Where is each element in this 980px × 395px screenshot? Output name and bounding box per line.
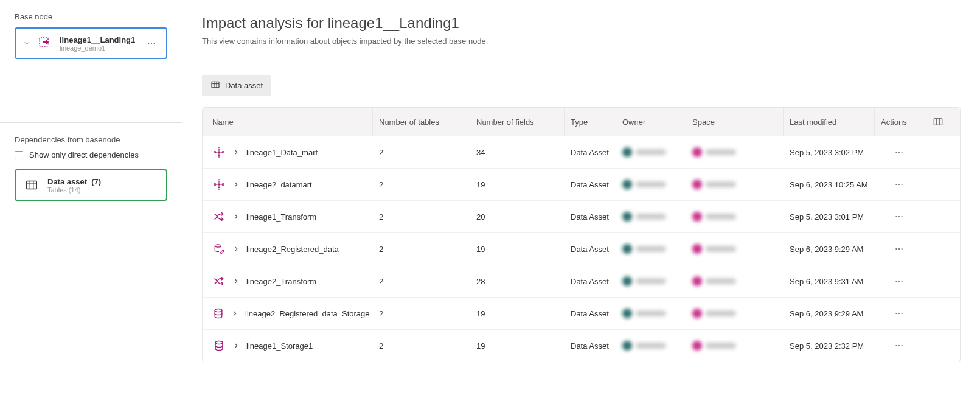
- row-type: Data Asset: [565, 136, 616, 168]
- db-icon: [212, 339, 226, 352]
- row-type: Data Asset: [565, 265, 616, 297]
- row-type: Data Asset: [565, 330, 616, 362]
- network-icon: [212, 145, 226, 159]
- row-owner: [616, 169, 686, 200]
- row-modified: Sep 5, 2023 3:02 PM: [784, 136, 875, 168]
- row-actions-button[interactable]: [892, 209, 906, 224]
- row-modified: Sep 6, 2023 9:31 AM: [784, 265, 875, 297]
- row-name: lineage2_Registered_data_Storage: [245, 309, 370, 318]
- row-fields: 19: [470, 330, 565, 362]
- expand-row-button[interactable]: [232, 212, 240, 221]
- expand-row-button[interactable]: [232, 277, 240, 285]
- expand-row-button[interactable]: [232, 148, 240, 156]
- table-row[interactable]: lineage2_datamart 2 19 Data Asset Sep 6,…: [203, 169, 960, 201]
- row-type: Data Asset: [565, 169, 616, 200]
- row-actions-button[interactable]: [892, 177, 906, 192]
- row-space: [686, 169, 784, 200]
- shuffle-icon: [212, 210, 226, 223]
- expand-row-button[interactable]: [232, 341, 240, 350]
- column-settings-button[interactable]: [923, 108, 953, 136]
- row-name: lineage2_Transform: [246, 277, 316, 286]
- row-fields: 19: [470, 233, 565, 265]
- show-direct-label: Show only direct dependencies: [29, 150, 139, 159]
- col-space[interactable]: Space: [686, 108, 784, 136]
- row-actions-button[interactable]: [892, 145, 906, 159]
- table-row[interactable]: lineage2_Registered_data_Storage 2 19 Da…: [203, 298, 960, 330]
- row-space: [686, 233, 784, 265]
- show-direct-row[interactable]: Show only direct dependencies: [15, 150, 167, 159]
- col-type[interactable]: Type: [565, 108, 616, 136]
- table-icon: [23, 177, 40, 194]
- row-tables: 2: [373, 201, 470, 232]
- dep-title: Data asset (7): [47, 177, 159, 186]
- network-icon: [212, 178, 226, 191]
- col-fields[interactable]: Number of fields: [470, 108, 565, 136]
- table-row[interactable]: lineage2_Transform 2 28 Data Asset Sep 6…: [203, 265, 960, 298]
- row-actions-button[interactable]: [892, 242, 906, 256]
- row-fields: 19: [470, 169, 565, 200]
- row-owner: [616, 330, 686, 362]
- show-direct-checkbox[interactable]: [15, 151, 23, 159]
- table-row[interactable]: lineage1_Storage1 2 19 Data Asset Sep 5,…: [203, 330, 960, 362]
- row-actions-button[interactable]: [892, 338, 906, 353]
- col-modified[interactable]: Last modified: [784, 108, 875, 136]
- dep-subtitle: Tables (14): [47, 186, 159, 194]
- row-owner: [616, 298, 686, 329]
- data-asset-pill[interactable]: Data asset: [202, 75, 271, 96]
- page-title: Impact analysis for lineage1__Landing1: [202, 15, 961, 32]
- table-header: Name Number of tables Number of fields T…: [203, 108, 960, 136]
- row-tables: 2: [373, 265, 470, 297]
- col-owner[interactable]: Owner: [616, 108, 686, 136]
- col-tables[interactable]: Number of tables: [373, 108, 470, 136]
- row-owner: [616, 201, 686, 232]
- chevron-down-icon[interactable]: [23, 40, 30, 47]
- export-icon: [36, 35, 54, 52]
- base-node-label: Base node: [15, 12, 167, 21]
- row-tables: 2: [373, 298, 470, 329]
- main-content: Impact analysis for lineage1__Landing1 T…: [182, 0, 980, 395]
- data-asset-card[interactable]: Data asset (7) Tables (14): [15, 169, 167, 201]
- row-actions-button[interactable]: [892, 306, 906, 321]
- row-space: [686, 136, 784, 168]
- row-modified: Sep 5, 2023 2:32 PM: [784, 330, 875, 362]
- row-fields: 20: [470, 201, 565, 232]
- row-name: lineage1_Storage1: [246, 341, 313, 351]
- row-owner: [616, 233, 686, 265]
- row-tables: 2: [373, 233, 470, 265]
- expand-row-button[interactable]: [232, 180, 240, 189]
- table-row[interactable]: lineage1_Transform 2 20 Data Asset Sep 5…: [203, 201, 960, 233]
- row-modified: Sep 6, 2023 9:29 AM: [784, 298, 875, 329]
- row-name: lineage1_Transform: [246, 212, 316, 222]
- shuffle-icon: [212, 274, 226, 288]
- expand-row-button[interactable]: [232, 245, 240, 253]
- divider: [0, 122, 182, 123]
- more-button[interactable]: [144, 36, 159, 51]
- row-modified: Sep 5, 2023 3:01 PM: [784, 201, 875, 232]
- impact-table: Name Number of tables Number of fields T…: [202, 107, 961, 362]
- row-modified: Sep 6, 2023 9:29 AM: [784, 233, 875, 265]
- col-name[interactable]: Name: [203, 108, 373, 136]
- db-icon: [212, 307, 224, 320]
- row-space: [686, 330, 784, 362]
- row-name: lineage1_Data_mart: [246, 148, 318, 157]
- row-space: [686, 265, 784, 297]
- row-space: [686, 298, 784, 329]
- table-row[interactable]: lineage2_Registered_data 2 19 Data Asset…: [203, 233, 960, 265]
- base-node-card[interactable]: lineage1__Landing1 lineage_demo1: [15, 27, 167, 59]
- table-row[interactable]: lineage1_Data_mart 2 34 Data Asset Sep 5…: [203, 136, 960, 169]
- row-name: lineage2_Registered_data: [246, 245, 339, 254]
- sidebar: Base node lineage1__Landing1 lineage_dem…: [0, 0, 182, 395]
- row-type: Data Asset: [565, 201, 616, 232]
- table-icon: [210, 80, 220, 91]
- col-actions: Actions: [875, 108, 923, 136]
- expand-row-button[interactable]: [231, 309, 239, 318]
- row-type: Data Asset: [565, 233, 616, 265]
- base-node-text: lineage1__Landing1 lineage_demo1: [60, 35, 138, 52]
- row-fields: 34: [470, 136, 565, 168]
- row-fields: 28: [470, 265, 565, 297]
- row-name: lineage2_datamart: [246, 180, 312, 189]
- row-tables: 2: [373, 169, 470, 200]
- row-actions-button[interactable]: [892, 274, 906, 288]
- page-subtitle: This view contains information about obj…: [202, 37, 961, 46]
- dependencies-label: Dependencies from basenode: [15, 135, 167, 144]
